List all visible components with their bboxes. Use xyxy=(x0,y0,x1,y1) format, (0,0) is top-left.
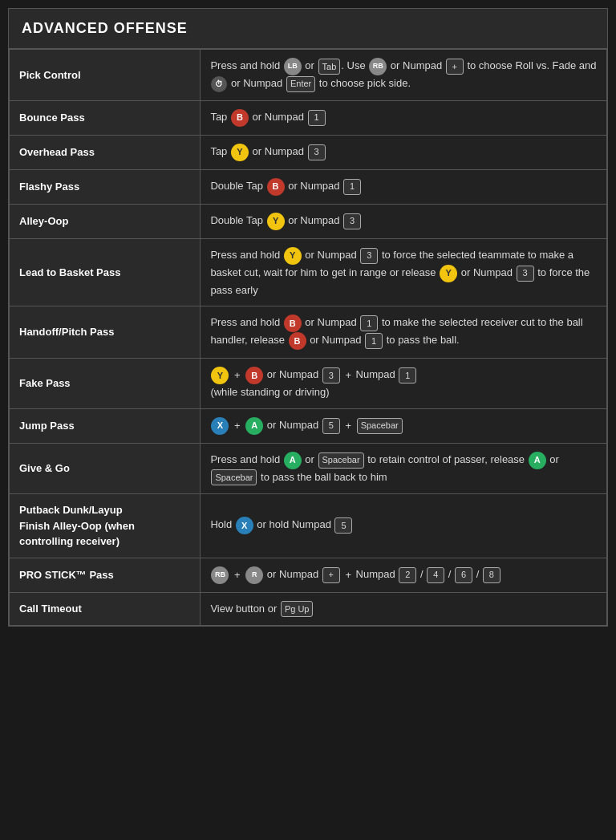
action-description: Tap Y or Numpad 3 xyxy=(201,135,607,169)
action-description: Press and hold Y or Numpad 3 to force th… xyxy=(201,238,607,306)
action-label: PRO STICK™ Pass xyxy=(10,558,201,592)
table-row: Putback Dunk/Layup Finish Alley-Oop (whe… xyxy=(10,494,607,558)
action-description: Press and hold LB or Tab. Use RB or Nump… xyxy=(201,50,607,101)
table-row: Fake Pass Y + B or Numpad 3 + Numpad 1 (… xyxy=(10,359,607,409)
action-label: Bounce Pass xyxy=(10,100,201,135)
action-description: Double Tap B or Numpad 1 xyxy=(201,169,607,204)
action-description: RB + R or Numpad + + Numpad 2 / 4 / 6 / … xyxy=(201,558,607,592)
action-description: View button or Pg Up xyxy=(201,592,607,626)
table-row: Bounce Pass Tap B or Numpad 1 xyxy=(10,100,607,135)
action-label: Lead to Basket Pass xyxy=(10,238,201,306)
action-description: Hold X or hold Numpad 5 xyxy=(201,494,607,558)
table-row: Alley-Oop Double Tap Y or Numpad 3 xyxy=(10,204,607,238)
advanced-offense-panel: ADVANCED OFFENSE Pick Control Press and … xyxy=(8,8,608,627)
action-description: X + A or Numpad 5 + Spacebar xyxy=(201,408,607,443)
action-label: Give & Go xyxy=(10,443,201,494)
action-label: Handoff/Pitch Pass xyxy=(10,306,201,359)
table-row: Pick Control Press and hold LB or Tab. U… xyxy=(10,50,607,101)
action-description: Double Tap Y or Numpad 3 xyxy=(201,204,607,238)
action-label: Overhead Pass xyxy=(10,135,201,169)
action-label: Pick Control xyxy=(10,50,201,101)
table-row: Handoff/Pitch Pass Press and hold B or N… xyxy=(10,306,607,359)
action-label: Jump Pass xyxy=(10,408,201,443)
table-row: Jump Pass X + A or Numpad 5 + Spacebar xyxy=(10,408,607,443)
table-row: Overhead Pass Tap Y or Numpad 3 xyxy=(10,135,607,169)
table-row: PRO STICK™ Pass RB + R or Numpad + + Num… xyxy=(10,558,607,592)
table-row: Give & Go Press and hold A or Spacebar t… xyxy=(10,443,607,494)
action-label: Putback Dunk/Layup Finish Alley-Oop (whe… xyxy=(10,494,201,558)
action-label: Fake Pass xyxy=(10,359,201,409)
action-label: Alley-Oop xyxy=(10,204,201,238)
table-row: Lead to Basket Pass Press and hold Y or … xyxy=(10,238,607,306)
section-header: ADVANCED OFFENSE xyxy=(9,9,607,49)
controls-table: Pick Control Press and hold LB or Tab. U… xyxy=(9,49,607,626)
action-description: Press and hold B or Numpad 1 to make the… xyxy=(201,306,607,359)
action-label: Call Timeout xyxy=(10,592,201,626)
action-description: Y + B or Numpad 3 + Numpad 1 (while stan… xyxy=(201,359,607,409)
table-row: Flashy Pass Double Tap B or Numpad 1 xyxy=(10,169,607,204)
action-label: Flashy Pass xyxy=(10,169,201,204)
section-title: ADVANCED OFFENSE xyxy=(22,20,594,37)
action-description: Press and hold A or Spacebar to retain c… xyxy=(201,443,607,494)
table-row: Call Timeout View button or Pg Up xyxy=(10,592,607,626)
action-description: Tap B or Numpad 1 xyxy=(201,100,607,135)
